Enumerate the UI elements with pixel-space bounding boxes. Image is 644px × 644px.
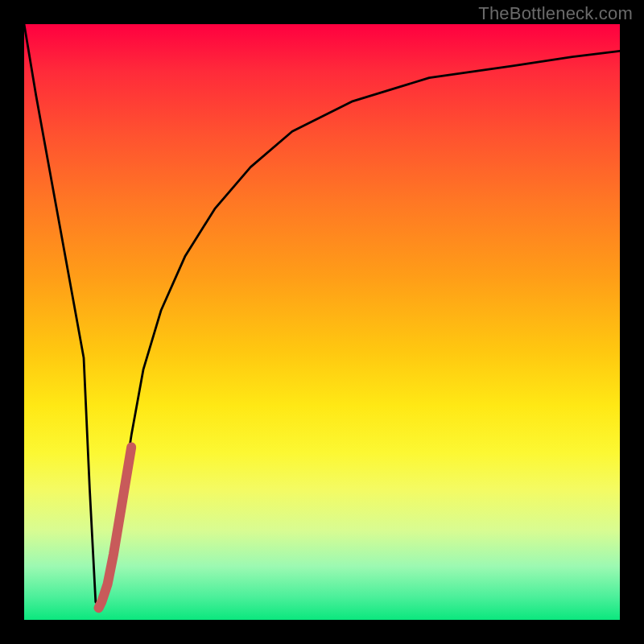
chart-svg: [24, 24, 620, 620]
watermark-text: TheBottleneck.com: [478, 3, 633, 24]
chart-frame: TheBottleneck.com: [0, 0, 644, 644]
bottleneck-curve-path: [24, 24, 620, 608]
plot-area: [24, 24, 620, 620]
highlight-segment-path: [99, 447, 132, 608]
